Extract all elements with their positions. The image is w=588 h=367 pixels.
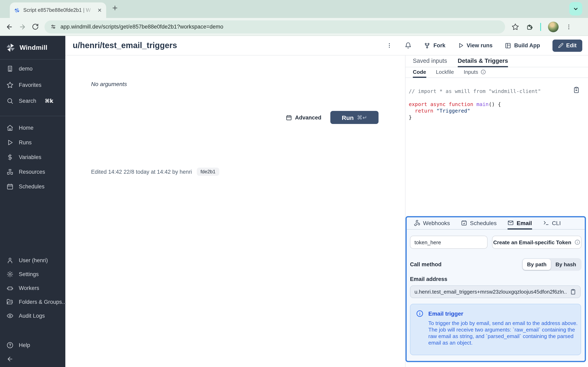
tab-email[interactable]: Email — [508, 217, 532, 230]
fork-label: Fork — [433, 42, 445, 49]
token-input[interactable] — [410, 236, 488, 249]
email-address-label: Email address — [410, 276, 447, 282]
sidebar-item-workers[interactable]: Workers — [0, 282, 65, 294]
extensions-icon[interactable] — [526, 23, 533, 30]
create-email-token-label: Create an Email-specific Token — [493, 239, 571, 245]
bell-icon[interactable] — [405, 42, 412, 49]
run-button[interactable]: Run ⌘↵ — [330, 111, 379, 124]
sidebar-item-label: Settings — [19, 271, 39, 277]
by-hash-option[interactable]: By hash — [551, 259, 581, 270]
info-icon — [481, 69, 486, 75]
run-form-pane: No arguments Advanced Run ⌘↵ Edited 14:4… — [65, 55, 405, 367]
sidebar-divider — [0, 116, 65, 116]
sidebar-item-folders[interactable]: Folders & Groups... — [0, 296, 65, 308]
windmill-favicon — [14, 7, 20, 13]
sidebar-collapse[interactable] — [0, 353, 65, 365]
sidebar-item-label: Workers — [19, 285, 39, 291]
calendar-icon — [461, 220, 467, 226]
sidebar-item-help[interactable]: Help — [0, 339, 65, 351]
back-icon[interactable] — [6, 23, 13, 30]
tab-schedules-label: Schedules — [470, 220, 497, 226]
sidebar-item-schedules[interactable]: Schedules — [0, 180, 65, 192]
tab-webhooks-label: Webhooks — [423, 220, 450, 226]
tab-close-icon[interactable] — [97, 8, 102, 13]
play-icon — [7, 139, 13, 146]
windmill-logo-icon — [6, 43, 16, 53]
by-path-option[interactable]: By path — [523, 259, 551, 270]
hash-badge[interactable]: fde2b1 — [197, 167, 219, 176]
sidebar-item-settings[interactable]: Settings — [0, 268, 65, 280]
forward-icon[interactable] — [19, 23, 26, 30]
tab-saved-inputs[interactable]: Saved inputs — [413, 55, 447, 67]
no-arguments-text: No arguments — [91, 81, 127, 87]
browser-menu-icon[interactable] — [566, 24, 572, 30]
avatar[interactable] — [548, 21, 559, 32]
more-menu-icon[interactable] — [387, 42, 393, 49]
sidebar-item-search[interactable]: Search ⌘k — [0, 95, 65, 107]
triggers-panel: Webhooks Schedules Email — [406, 216, 586, 362]
tab-code[interactable]: Code — [413, 67, 426, 78]
sidebar-item-label: Search — [19, 98, 36, 104]
create-email-token-button[interactable]: Create an Email-specific Token — [492, 236, 581, 249]
sidebar-item-runs[interactable]: Runs — [0, 136, 65, 149]
edit-button[interactable]: Edit — [552, 39, 582, 52]
reload-icon[interactable] — [32, 23, 39, 30]
view-runs-button[interactable]: View runs — [458, 42, 493, 49]
terminal-icon — [543, 220, 549, 226]
browser-toolbar: app.windmill.dev/scripts/get/e857be88e0f… — [0, 18, 588, 36]
tab-search-button[interactable] — [569, 2, 582, 16]
eye-icon — [7, 312, 13, 319]
edited-info: Edited 14:42 22/8 today at 14:42 by henr… — [91, 169, 192, 175]
triggers-tabbar: Webhooks Schedules Email — [407, 217, 585, 230]
tab-lockfile[interactable]: Lockfile — [436, 67, 454, 78]
site-settings-icon[interactable] — [50, 24, 56, 30]
sidebar-item-label: Variables — [19, 154, 42, 160]
copy-email-icon[interactable] — [570, 289, 576, 295]
tab-details-triggers[interactable]: Details & Triggers — [458, 55, 508, 67]
webhook-icon — [414, 220, 420, 226]
calendar-icon — [286, 114, 292, 120]
info-icon — [416, 310, 424, 317]
play-outline-icon — [458, 42, 464, 49]
page-title: u/henri/test_email_triggers — [73, 41, 177, 50]
run-shortcut: ⌘↵ — [357, 114, 367, 121]
sidebar-item-variables[interactable]: Variables — [0, 151, 65, 163]
boxes-icon — [7, 168, 13, 175]
url-bar[interactable]: app.windmill.dev/scripts/get/e857be88e0f… — [44, 20, 505, 33]
run-label: Run — [342, 114, 354, 121]
url-text: app.windmill.dev/scripts/get/e857be88e0f… — [61, 24, 223, 30]
mail-icon — [508, 220, 514, 226]
sidebar-item-workspace[interactable]: demo — [0, 62, 65, 75]
screen: Script e857be88e0fde2b1 | W ap — [0, 0, 588, 367]
tab-title: Script e857be88e0fde2b1 | W — [23, 7, 94, 13]
sidebar-item-favorites[interactable]: Favorites — [0, 79, 65, 91]
sidebar-item-audit-logs[interactable]: Audit Logs — [0, 309, 65, 322]
call-method-toggle: By path By hash — [522, 258, 582, 271]
tab-cli-label: CLI — [552, 220, 561, 226]
email-trigger-info-title: Email trigger — [428, 310, 463, 317]
sidebar-item-label: demo — [19, 66, 33, 72]
bookmark-star-icon[interactable] — [512, 23, 519, 30]
browser-tab[interactable]: Script e857be88e0fde2b1 | W — [10, 2, 106, 18]
sidebar-item-user[interactable]: User (henri) — [0, 254, 65, 266]
view-runs-label: View runs — [467, 42, 493, 49]
fork-button[interactable]: Fork — [424, 42, 445, 49]
tab-cli[interactable]: CLI — [543, 217, 561, 230]
sidebar-item-label: User (henri) — [19, 257, 48, 263]
new-tab-icon[interactable] — [112, 5, 118, 11]
copy-code-icon[interactable] — [573, 86, 580, 93]
windmill-brand[interactable]: Windmill — [0, 36, 65, 59]
build-app-button[interactable]: Build App — [505, 42, 540, 49]
sidebar-item-resources[interactable]: Resources — [0, 166, 65, 178]
tab-webhooks[interactable]: Webhooks — [414, 217, 450, 230]
code-viewer: // import * as wmill from "windmill-clie… — [409, 82, 585, 121]
tab-inputs[interactable]: Inputs — [464, 67, 486, 78]
tab-trigger-schedules[interactable]: Schedules — [461, 217, 497, 230]
user-icon — [7, 257, 13, 264]
email-address-field[interactable] — [410, 285, 581, 298]
advanced-button[interactable]: Advanced — [286, 114, 321, 120]
star-icon — [7, 81, 13, 88]
tab-inputs-label: Inputs — [464, 69, 478, 75]
sidebar-item-home[interactable]: Home — [0, 122, 65, 134]
email-address-value[interactable] — [415, 289, 567, 295]
